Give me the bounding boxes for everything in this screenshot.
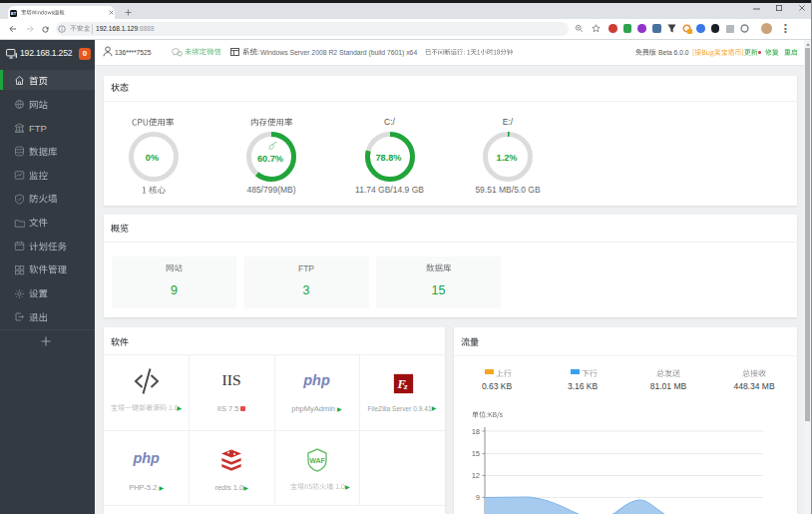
svg-text:WAF: WAF [309,457,325,464]
svg-text:15: 15 [472,449,480,458]
svg-text:12: 12 [472,471,480,480]
svg-text:18: 18 [472,427,480,436]
svg-text:z: z [403,381,408,391]
svg-text:9: 9 [476,493,480,502]
